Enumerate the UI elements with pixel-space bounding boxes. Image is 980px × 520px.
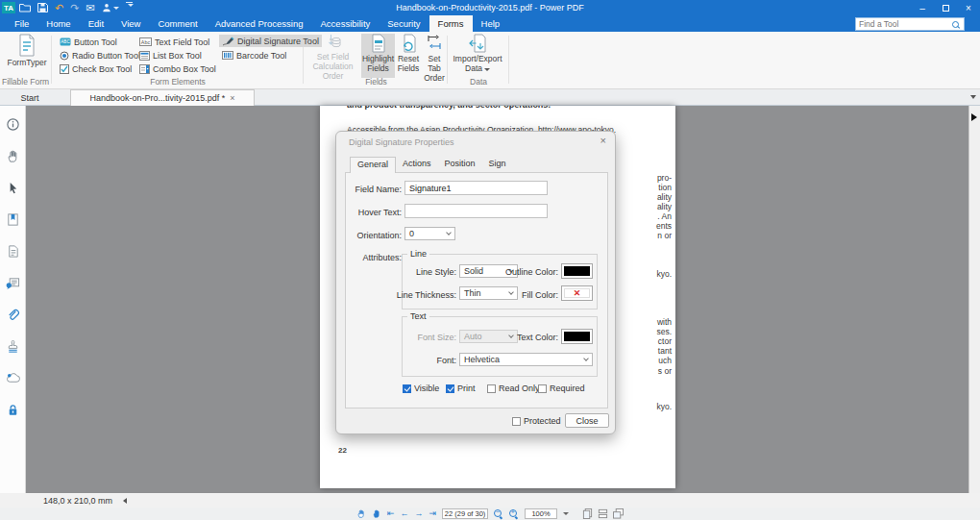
menu-view[interactable]: View [112,15,149,32]
titlebar: TA ↶ ↷ ✉ Handbook-on-Productivity-2015.p… [0,0,980,15]
dialog-tab-sign[interactable]: Sign [482,157,513,173]
redo-icon[interactable]: ↷ [70,2,79,13]
chevron-down-icon [508,289,514,295]
minimize-button[interactable]: – [911,0,934,15]
facing-pages-view-icon[interactable] [613,508,624,519]
radio-button-tool[interactable]: Radio Button Tool [60,49,140,62]
visible-checkbox[interactable]: Visible [403,384,439,393]
zoom-out-icon[interactable]: − [494,509,503,519]
zoom-caret-icon[interactable] [563,512,569,515]
menu-accessibility[interactable]: Accessibility [312,15,380,32]
page-view-controls [582,508,624,519]
bookmarks-icon[interactable] [6,212,20,227]
highlight-fields-button[interactable]: Highlight Fields [361,34,395,78]
menu-forms[interactable]: Forms [429,15,473,32]
comments-icon[interactable] [6,276,20,290]
font-dropdown[interactable]: Helvetica [459,353,593,366]
tab-close-icon[interactable]: × [230,93,234,103]
required-checkbox[interactable]: Required [538,384,585,393]
set-tab-order-button[interactable]: Set Tab Order [421,34,448,83]
dialog-tab-general[interactable]: General [350,157,396,173]
menu-advanced-processing[interactable]: Advanced Processing [207,15,312,32]
barcode-tool[interactable]: Barcode Tool [222,49,286,62]
checkbox-checked-icon [446,384,454,393]
orientation-dropdown[interactable]: 0 [404,227,455,240]
barcode-tool-label: Barcode Tool [236,51,286,61]
dialog-tab-position[interactable]: Position [438,157,482,173]
first-page-button[interactable]: ⇤ [387,509,395,518]
continuous-view-icon[interactable] [598,508,608,519]
line-thickness-label: Line Thickness: [395,290,456,300]
hover-text-input[interactable] [404,204,548,218]
scroll-left-icon[interactable] [123,498,127,504]
dialog-close-icon[interactable]: × [600,135,606,146]
identity-icon[interactable] [102,2,119,13]
customize-toolbar-icon[interactable] [126,2,134,13]
zoom-level-box[interactable]: 100% [525,508,557,519]
previous-page-button[interactable]: ← [401,509,409,518]
menu-help[interactable]: Help [473,15,509,32]
menu-edit[interactable]: Edit [80,15,112,32]
info-icon[interactable] [6,117,20,132]
menu-file[interactable]: File [6,15,37,32]
stamp-icon[interactable] [6,339,20,354]
grab-select-tool-icon[interactable] [372,508,381,519]
close-button[interactable]: Close [565,413,609,428]
open-icon[interactable] [19,2,31,13]
font-size-label: Font Size: [404,333,456,342]
text-field-tool[interactable]: Abc Text Field Tool [139,36,209,48]
cloud-icon[interactable] [6,371,20,385]
tab-document[interactable]: Handbook-on-Pro...tivity-2015.pdf * × [70,89,255,106]
field-name-input[interactable] [404,181,548,195]
fill-color-swatch[interactable]: ✕ [561,285,593,301]
reset-fields-button[interactable]: Reset Fields [396,34,421,74]
page-number-box[interactable]: 22 (29 of 30) [442,508,488,519]
undo-icon[interactable]: ↶ [55,2,63,13]
pan-tool-icon[interactable] [356,508,366,519]
tab-start[interactable]: Start [0,89,60,106]
save-icon[interactable] [37,2,48,13]
print-checkbox[interactable]: Print [446,384,476,393]
button-tool[interactable]: ABC Button Tool [60,36,117,48]
outline-color-swatch[interactable] [561,263,593,279]
line-thickness-dropdown[interactable]: Thin [459,286,518,300]
tab-list-caret-icon[interactable] [970,95,976,99]
read-only-checkbox[interactable]: Read Only [487,384,540,393]
button-tool-label: Button Tool [74,37,117,47]
import-export-data-button[interactable]: Import/Export Data [450,34,505,74]
menu-home[interactable]: Home [37,15,79,32]
protected-checkbox[interactable]: Protected [512,416,561,426]
next-page-button[interactable]: → [415,509,424,518]
page-text-fragment: s or [658,366,672,376]
menu-security[interactable]: Security [379,15,429,32]
email-icon[interactable]: ✉ [86,2,94,13]
digital-signature-tool-icon [222,37,234,46]
formtyper-button[interactable]: FormTyper [6,34,48,68]
find-a-tool-box[interactable] [855,17,965,31]
pages-icon[interactable] [6,244,20,259]
single-page-view-icon[interactable] [582,508,593,519]
attachments-icon[interactable] [6,308,20,322]
menu-comment[interactable]: Comment [149,15,206,32]
text-color-swatch[interactable] [561,329,593,344]
hover-text-label: Hover Text: [346,208,402,217]
list-box-tool[interactable]: List Box Tool [139,49,202,62]
security-lock-icon[interactable] [6,403,20,417]
find-a-tool-input[interactable] [859,19,951,29]
close-window-button[interactable]: × [957,0,980,15]
zoom-in-icon[interactable]: + [509,509,519,519]
last-page-button[interactable]: ⇥ [429,509,437,518]
font-size-value: Auto [464,332,482,341]
attributes-label: Attributes: [346,253,402,262]
page-text-fragment: pro- [657,173,672,183]
restore-button[interactable] [934,0,957,15]
select-cursor-icon[interactable] [6,181,20,195]
hand-pan-icon[interactable] [6,149,20,163]
combo-box-tool[interactable]: Combo Box Tool [139,62,216,75]
checkbox-unchecked-icon [538,384,547,393]
panel-expand-icon[interactable] [971,113,977,121]
set-field-calculation-order-button: Set Field Calculation Order [306,34,360,81]
check-box-tool[interactable]: Check Box Tool [60,62,132,75]
dialog-tab-actions[interactable]: Actions [396,157,438,173]
fill-color-label: Fill Color: [516,290,558,300]
